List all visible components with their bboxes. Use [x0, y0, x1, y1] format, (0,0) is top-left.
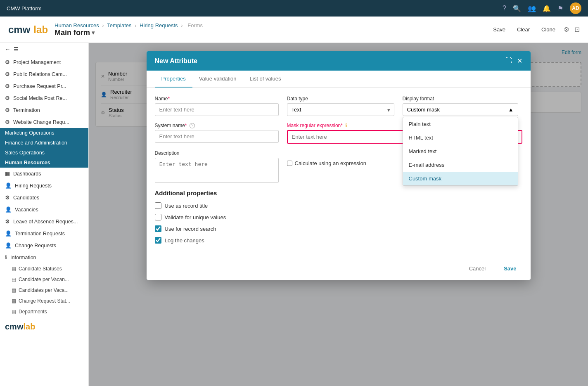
- use-for-record-search-checkbox[interactable]: [155, 225, 161, 232]
- mask-info-icon: ℹ: [345, 123, 347, 128]
- sidebar-item-label: Project Management: [13, 59, 61, 65]
- modal-close-icon[interactable]: ✕: [517, 57, 522, 65]
- breadcrumb-hr[interactable]: Human Resources: [55, 22, 99, 28]
- candidates-vaca-icon: ▤: [12, 287, 16, 293]
- bell-icon[interactable]: 🔔: [543, 5, 551, 12]
- sidebar-item-social-media[interactable]: ⚙ Social Media Post Re...: [0, 92, 88, 104]
- dropdown-email-address[interactable]: E-mail address: [403, 158, 518, 172]
- sidebar-item-label: Change Request Stat...: [19, 298, 70, 304]
- tab-properties[interactable]: Properties: [155, 71, 192, 88]
- settings-icon[interactable]: ⚙: [564, 26, 569, 33]
- sidebar-item-label: Candidate Statuses: [19, 266, 62, 272]
- sidebar-item-information[interactable]: ℹ Information: [0, 251, 88, 263]
- validate-unique-checkbox[interactable]: [155, 214, 161, 220]
- sidebar-item-purchase-request[interactable]: ⚙ Purchase Request Pr...: [0, 80, 88, 92]
- users-icon[interactable]: 👥: [528, 5, 536, 12]
- modal-tabs: Properties Value validation List of valu…: [147, 71, 531, 88]
- name-input[interactable]: [155, 103, 279, 116]
- sidebar-item-hiring-requests[interactable]: 👤 Hiring Requests: [0, 180, 88, 192]
- sidebar-item-label: Dashboards: [13, 171, 41, 177]
- sidebar-item-website-change[interactable]: ⚙ Website Change Requ...: [0, 116, 88, 128]
- sidebar-subitem-departments[interactable]: ▤ Departments: [0, 306, 88, 317]
- sidebar-item-vacancies[interactable]: 👤 Vacancies: [0, 204, 88, 215]
- tab-list-of-values[interactable]: List of values: [243, 71, 288, 88]
- data-type-select-wrapper: Text Number Date Boolean ▾: [287, 103, 394, 116]
- use-as-record-title-label[interactable]: Use as record title: [165, 203, 208, 209]
- search-icon[interactable]: 🔍: [513, 5, 521, 12]
- modal-expand-icon[interactable]: ⛶: [505, 57, 512, 65]
- new-attribute-modal: New Attribute ⛶ ✕ Properties Value valid…: [147, 51, 531, 280]
- sidebar-section-hr[interactable]: Human Resources: [0, 158, 88, 168]
- display-format-label: Display format: [403, 96, 518, 102]
- sidebar-item-leave-absence[interactable]: ⚙ Leave of Absence Reques...: [0, 215, 88, 227]
- sidebar-section-sales[interactable]: Sales Operations: [0, 148, 88, 158]
- calculate-checkbox[interactable]: [287, 161, 292, 166]
- sidebar-section-finance[interactable]: Finance and Administration: [0, 138, 88, 148]
- sidebar-item-label: Leave of Absence Reques...: [13, 219, 78, 225]
- sidebar-item-label: Termination Requests: [15, 231, 65, 237]
- logo-cmw: cmw: [8, 24, 30, 36]
- use-as-record-title-checkbox[interactable]: [155, 202, 161, 209]
- sidebar-item-termination-requests[interactable]: 👤 Termination Requests: [0, 227, 88, 239]
- system-name-input[interactable]: [155, 130, 279, 143]
- vacancies-icon: 👤: [5, 206, 12, 213]
- sidebar-subitem-candidates-per-vaca[interactable]: ▤ Candidates per Vaca...: [0, 285, 88, 296]
- sidebar-item-label: Candidates: [13, 195, 39, 201]
- sidebar-item-candidates[interactable]: ⚙ Candidates: [0, 192, 88, 204]
- sidebar-item-label: Information: [10, 255, 36, 260]
- dropdown-html-text[interactable]: HTML text: [403, 131, 518, 144]
- save-button-modal[interactable]: Save: [498, 263, 522, 274]
- sidebar-item-change-requests[interactable]: 👤 Change Requests: [0, 239, 88, 251]
- sidebar-item-termination[interactable]: ⚙ Termination: [0, 104, 88, 116]
- display-format-arrow-icon: ▲: [508, 107, 514, 113]
- validate-unique-label[interactable]: Validate for unique values: [165, 214, 226, 220]
- data-type-field-group: Data type Text Number Date Boolean ▾: [287, 96, 394, 116]
- top-bar-icons: ? 🔍 👥 🔔 ⚑ AD: [503, 2, 581, 14]
- sidebar-item-dashboards[interactable]: ▦ Dashboards: [0, 168, 88, 180]
- save-button[interactable]: Save: [490, 25, 509, 34]
- sidebar-item-public-relations[interactable]: ⚙ Public Relations Cam...: [0, 68, 88, 80]
- breadcrumb-area: Human Resources › Templates › Hiring Req…: [55, 22, 204, 37]
- dropdown-custom-mask[interactable]: Custom mask: [403, 172, 518, 185]
- modal-overlay: New Attribute ⛶ ✕ Properties Value valid…: [89, 43, 588, 386]
- sidebar-logo-cmw: cmw: [5, 322, 23, 332]
- display-format-dropdown-button[interactable]: Custom mask ▲: [403, 103, 518, 116]
- data-type-select[interactable]: Text Number Date Boolean: [287, 103, 394, 116]
- sidebar-item-label: Termination: [13, 107, 40, 113]
- sidebar-item-project-management[interactable]: ⚙ Project Management: [0, 56, 88, 68]
- sidebar-item-label: Social Media Post Re...: [13, 95, 67, 101]
- help-icon[interactable]: ?: [503, 5, 506, 12]
- clone-button[interactable]: Clone: [538, 25, 559, 34]
- sidebar-subitem-change-request-stat[interactable]: ▤ Change Request Stat...: [0, 296, 88, 306]
- cancel-button[interactable]: Cancel: [463, 263, 491, 274]
- dropdown-marked-text[interactable]: Marked text: [403, 144, 518, 158]
- flag-icon[interactable]: ⚑: [557, 5, 563, 12]
- dropdown-plain-text[interactable]: Plain text: [403, 117, 518, 131]
- log-changes-checkbox[interactable]: [155, 237, 161, 244]
- log-changes-label[interactable]: Log the changes: [165, 237, 204, 244]
- form-row-1: Name* Data type Text Number Date: [155, 96, 522, 116]
- sidebar-logo-bottom: cmw lab: [0, 317, 88, 336]
- sidebar-back-icon[interactable]: ←: [5, 46, 10, 52]
- candidates-icon: ⚙: [5, 194, 10, 201]
- termination-icon: ⚙: [5, 107, 10, 113]
- sidebar-item-label: Vacancies: [15, 207, 38, 213]
- sidebar-section-marketing[interactable]: Marketing Operations: [0, 128, 88, 138]
- header-actions: Save Clear Clone ⚙ ⊡: [490, 25, 580, 34]
- calculate-label[interactable]: Calculate using an expression: [295, 160, 366, 166]
- breadcrumb-hiring[interactable]: Hiring Requests: [140, 22, 178, 28]
- sidebar-subitem-candidate-per-vacan[interactable]: ▤ Candidate per Vacan...: [0, 274, 88, 285]
- tab-value-validation[interactable]: Value validation: [192, 71, 243, 88]
- external-icon[interactable]: ⊡: [574, 26, 580, 33]
- description-input[interactable]: [155, 158, 279, 183]
- name-label: Name*: [155, 96, 279, 102]
- dropdown-arrow-icon[interactable]: ▾: [92, 29, 95, 36]
- use-for-record-search-label[interactable]: Use for record search: [165, 226, 216, 232]
- breadcrumb-templates[interactable]: Templates: [107, 22, 131, 28]
- sidebar-item-label: Website Change Requ...: [13, 119, 69, 125]
- sidebar-subitem-candidate-statuses[interactable]: ▤ Candidate Statuses: [0, 263, 88, 274]
- user-avatar[interactable]: AD: [570, 2, 581, 14]
- sidebar-menu-icon[interactable]: ☰: [14, 46, 19, 52]
- sidebar-item-label: Change Requests: [15, 243, 56, 249]
- clear-button[interactable]: Clear: [514, 25, 533, 34]
